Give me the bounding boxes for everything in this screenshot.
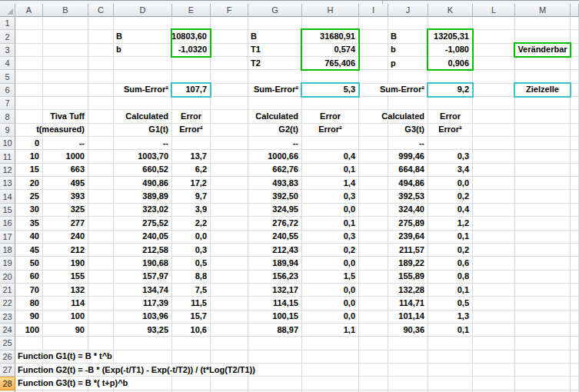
cell-K21[interactable]: 0,1 [428, 284, 473, 297]
cell-A3[interactable] [15, 44, 43, 57]
cell-K3[interactable]: -1,080 [428, 44, 473, 57]
cell-C21[interactable] [88, 284, 114, 297]
cell-L26[interactable] [473, 350, 515, 364]
cell-L19[interactable] [473, 257, 515, 270]
cell-B14[interactable]: 393 [43, 190, 88, 203]
cell-J23[interactable]: 101,14 [388, 311, 428, 324]
cell-M21[interactable] [515, 284, 571, 297]
cell-B12[interactable]: 663 [43, 164, 88, 177]
cell-K15[interactable]: 0,4 [428, 204, 473, 217]
cell-B23[interactable]: 100 [43, 311, 88, 324]
cell-F10[interactable] [211, 137, 248, 150]
cell-H18[interactable]: 0,2 [302, 244, 359, 257]
cell-E12[interactable]: 6,2 [172, 164, 211, 177]
cell-B5[interactable] [43, 70, 88, 83]
row-header-7[interactable]: 7 [0, 97, 15, 110]
cell-N11[interactable] [571, 150, 579, 163]
cell-N20[interactable] [571, 271, 579, 284]
cell-D8[interactable]: Calculated [114, 110, 172, 123]
cell-N9[interactable] [571, 124, 579, 137]
row-header-4[interactable]: 4 [0, 57, 15, 70]
cell-F28[interactable] [211, 377, 248, 390]
cell-N4[interactable] [571, 57, 579, 70]
cell-B20[interactable]: 155 [43, 271, 88, 284]
cell-D4[interactable] [114, 57, 172, 70]
cell-N18[interactable] [571, 244, 579, 257]
cell-D18[interactable]: 212,58 [114, 244, 172, 257]
cell-L27[interactable] [473, 364, 515, 377]
cell-H27[interactable] [302, 364, 359, 377]
cell-F3[interactable] [211, 44, 248, 57]
cell-H15[interactable]: 0,0 [302, 204, 359, 217]
cell-H5[interactable] [302, 70, 359, 83]
cell-C2[interactable] [88, 30, 114, 43]
cell-K18[interactable]: 0,2 [428, 244, 473, 257]
cell-F22[interactable] [211, 297, 248, 310]
cell-E8[interactable]: Error [172, 110, 211, 123]
cell-M26[interactable] [515, 350, 571, 364]
cell-F20[interactable] [211, 271, 248, 284]
column-header-C[interactable]: C [88, 4, 114, 17]
cell-H9[interactable]: Error² [302, 124, 359, 137]
cell-L9[interactable] [473, 124, 515, 137]
cell-M18[interactable] [515, 244, 571, 257]
cell-L23[interactable] [473, 311, 515, 324]
cell-C19[interactable] [88, 257, 114, 270]
cell-M19[interactable] [515, 257, 571, 270]
cell-K13[interactable]: 0,0 [428, 177, 473, 190]
cell-I24[interactable] [359, 324, 388, 337]
cell-I14[interactable] [359, 190, 388, 203]
cell-H3[interactable]: 0,574 [302, 44, 359, 57]
cell-K17[interactable]: 0,1 [428, 231, 473, 244]
cell-H22[interactable]: 0,0 [302, 297, 359, 310]
cell-C10[interactable] [88, 137, 114, 150]
cell-J11[interactable]: 999,46 [388, 150, 428, 163]
cell-G20[interactable]: 156,23 [248, 271, 302, 284]
column-header-E[interactable]: E [172, 4, 211, 17]
cell-D10[interactable]: -- [114, 137, 172, 150]
cell-J1[interactable] [388, 17, 428, 30]
cell-L28[interactable] [473, 377, 515, 390]
cell-N22[interactable] [571, 297, 579, 310]
cell-G14[interactable]: 392,50 [248, 190, 302, 203]
cell-F23[interactable] [211, 311, 248, 324]
cell-I23[interactable] [359, 311, 388, 324]
row-header-8[interactable]: 8 [0, 110, 15, 123]
cell-H28[interactable] [302, 377, 359, 390]
cell-J9[interactable]: G3(t) [388, 124, 428, 137]
cell-A16[interactable]: 35 [15, 217, 43, 230]
cell-B15[interactable]: 325 [43, 204, 88, 217]
cell-M25[interactable] [515, 337, 571, 350]
cell-H1[interactable] [302, 17, 359, 30]
cell-G22[interactable]: 114,15 [248, 297, 302, 310]
cell-N19[interactable] [571, 257, 579, 270]
cell-H16[interactable]: 0,1 [302, 217, 359, 230]
cell-K27[interactable] [428, 364, 473, 377]
cell-I20[interactable] [359, 271, 388, 284]
cell-M27[interactable] [515, 364, 571, 377]
select-all-corner[interactable] [0, 4, 15, 17]
cell-L7[interactable] [473, 97, 515, 110]
cell-G19[interactable]: 189,94 [248, 257, 302, 270]
cell-D23[interactable]: 103,96 [114, 311, 172, 324]
cell-A6[interactable] [15, 84, 43, 97]
cell-L22[interactable] [473, 297, 515, 310]
cell-E3[interactable]: -1,0320 [172, 44, 211, 57]
cell-K20[interactable]: 0,8 [428, 271, 473, 284]
cell-N13[interactable] [571, 177, 579, 190]
cell-A24[interactable]: 100 [15, 324, 43, 337]
cell-N24[interactable] [571, 324, 579, 337]
row-header-23[interactable]: 23 [0, 311, 15, 324]
cell-L17[interactable] [473, 231, 515, 244]
cell-L25[interactable] [473, 337, 515, 350]
cell-M3[interactable]: Veränderbar [515, 44, 571, 57]
cell-D25[interactable] [114, 337, 172, 350]
cell-M16[interactable] [515, 217, 571, 230]
cell-G1[interactable] [248, 17, 302, 30]
cell-C8[interactable] [88, 110, 114, 123]
cell-N17[interactable] [571, 231, 579, 244]
cell-F11[interactable] [211, 150, 248, 163]
cell-F26[interactable] [211, 350, 248, 364]
cell-G24[interactable]: 88,97 [248, 324, 302, 337]
cell-M15[interactable] [515, 204, 571, 217]
